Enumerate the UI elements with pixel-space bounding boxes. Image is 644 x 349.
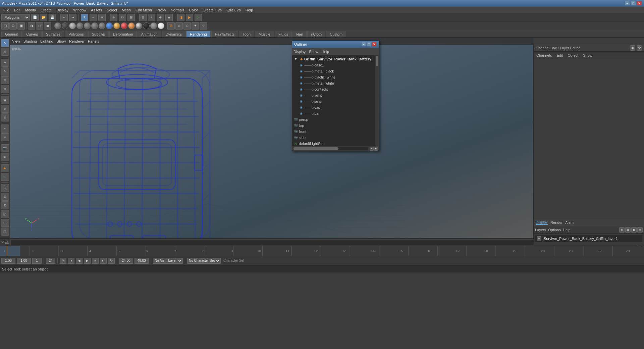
ipr-btn[interactable]: ▷: [195, 14, 202, 21]
extra2-btn[interactable]: ⊟: [1, 193, 9, 201]
layer-visibility-btn[interactable]: V: [537, 236, 541, 241]
layer-sub-tab-layers[interactable]: Layers: [535, 228, 546, 232]
vp-menu-panels[interactable]: Panels: [88, 39, 99, 43]
outliner-item-cap[interactable]: ◉ ——o cap: [292, 104, 379, 110]
menu-mesh[interactable]: Mesh: [120, 7, 133, 13]
fx-btn[interactable]: ✦: [192, 22, 199, 30]
menu-display[interactable]: Display: [54, 7, 70, 13]
vp-menu-view[interactable]: View: [12, 39, 20, 43]
outliner-vscrollbar[interactable]: [375, 55, 379, 146]
loop-btn[interactable]: ↻: [108, 258, 115, 264]
outliner-item-root[interactable]: ▼ ◈ Griffin_Survivor_Power_Bank_Battery: [292, 56, 379, 62]
outliner-scrollbar[interactable]: ◂ ▸: [292, 146, 379, 151]
select-tool-btn[interactable]: ↖: [81, 14, 88, 21]
layer-sub-tab-options[interactable]: Options: [548, 228, 561, 232]
ipr-small-btn[interactable]: ▷: [1, 173, 9, 181]
close-button[interactable]: ✕: [637, 1, 642, 6]
move-btn[interactable]: ✛: [1, 59, 9, 67]
paint-btn[interactable]: ✏: [98, 14, 106, 21]
open-file-btn[interactable]: 📂: [40, 14, 47, 21]
smooth-shade-btn[interactable]: ◑: [28, 22, 35, 30]
outliner-item-case1[interactable]: ◉ ——o case1: [292, 62, 379, 68]
render-settings-btn[interactable]: ◨: [177, 14, 184, 21]
outliner-item-default-light-set[interactable]: ◎ defaultLightSet: [292, 141, 379, 146]
save-file-btn[interactable]: 💾: [49, 14, 56, 21]
face-mode-btn[interactable]: ▣: [17, 22, 25, 30]
edge-mode-btn[interactable]: ⊡: [9, 22, 17, 30]
shader-sphere-8[interactable]: [106, 22, 113, 29]
extra5-btn[interactable]: ◲: [1, 219, 9, 227]
shader-sphere-14[interactable]: [150, 22, 157, 29]
outliner-minimize-btn[interactable]: –: [361, 42, 366, 47]
outliner-menu-show[interactable]: Show: [309, 50, 318, 54]
menu-proxy[interactable]: Proxy: [155, 7, 168, 13]
menu-select[interactable]: Select: [105, 7, 119, 13]
menu-help[interactable]: Help: [244, 7, 255, 13]
current-time-input[interactable]: [17, 258, 31, 264]
shader-sphere-5[interactable]: [84, 22, 91, 29]
snap-surface-btn[interactable]: ◈: [165, 14, 173, 21]
tab-edit[interactable]: Edit: [555, 53, 564, 58]
menu-assets[interactable]: Assets: [89, 7, 104, 13]
select-btn[interactable]: ↖: [1, 39, 9, 47]
next-frame-btn[interactable]: ▸: [92, 258, 99, 264]
tab-muscle[interactable]: Muscle: [255, 31, 274, 37]
redo-btn[interactable]: ↪: [69, 14, 76, 21]
outliner-item-side[interactable]: 📷 side: [292, 135, 379, 141]
tab-general[interactable]: General: [1, 31, 22, 37]
tab-surfaces[interactable]: Surfaces: [42, 31, 64, 37]
tab-animation[interactable]: Animation: [138, 31, 161, 37]
outliner-menu-help[interactable]: Help: [322, 50, 329, 54]
layer-tab-render[interactable]: Render: [550, 220, 562, 225]
menu-edit-mesh[interactable]: Edit Mesh: [133, 7, 154, 13]
shader-sphere-11[interactable]: [128, 22, 135, 29]
layer-icon3[interactable]: ◆: [631, 227, 637, 233]
shader-sphere-3[interactable]: [69, 22, 76, 29]
tab-ncloth[interactable]: nCloth: [307, 31, 325, 37]
render-btn[interactable]: ▶: [1, 164, 9, 172]
outliner-item-bar[interactable]: ◉ ——o bar: [292, 110, 379, 116]
menu-edit-uvs[interactable]: Edit UVs: [224, 7, 243, 13]
rotate-tool-btn[interactable]: ↻: [119, 14, 126, 21]
outliner-vscroll-thumb[interactable]: [376, 56, 378, 66]
outliner-item-lans[interactable]: ◉ ——o lans: [292, 98, 379, 104]
menu-window[interactable]: Window: [71, 7, 88, 13]
go-start-btn[interactable]: |◂: [60, 258, 66, 264]
soft-mod-btn[interactable]: ◉: [1, 96, 9, 104]
tab-object[interactable]: Object: [566, 53, 580, 58]
play-back-btn[interactable]: ◀: [76, 258, 83, 264]
shader-sphere-2[interactable]: [62, 22, 68, 29]
shader-sphere-4[interactable]: [76, 22, 83, 29]
outliner-scroll-thumb[interactable]: [293, 147, 338, 150]
layer-tab-anim[interactable]: Anim: [565, 220, 574, 225]
snap-curve-btn[interactable]: ⌇: [148, 14, 155, 21]
scroll-left-btn[interactable]: ◂: [370, 147, 374, 151]
range-end-input[interactable]: [46, 258, 55, 264]
menu-edit[interactable]: Edit: [12, 7, 22, 13]
menu-color[interactable]: Color: [187, 7, 200, 13]
paint-ops-btn[interactable]: ✏: [1, 133, 9, 141]
rotate-btn[interactable]: ↻: [1, 67, 9, 76]
tab-custom[interactable]: Custom: [326, 31, 346, 37]
cb-icon1[interactable]: ◉: [630, 45, 635, 51]
layer-sub-tab-help[interactable]: Help: [563, 228, 571, 232]
poly-mode-btn[interactable]: ◱: [1, 22, 9, 30]
undo-btn[interactable]: ↩: [60, 14, 68, 21]
lasso-btn[interactable]: ⌖: [1, 124, 9, 133]
mode-selector[interactable]: Polygons Animation Rendering Dynamics nD…: [1, 14, 30, 20]
layer-icon4[interactable]: ◇: [637, 227, 643, 233]
anim-layer-select[interactable]: No Anim Layer: [153, 258, 183, 264]
tab-curves[interactable]: Curves: [22, 31, 42, 37]
frame-input[interactable]: [32, 258, 42, 264]
universal-btn[interactable]: ⊕: [1, 85, 9, 93]
snap-point-btn[interactable]: ⊕: [157, 14, 164, 21]
hyper-shade-btn[interactable]: ⊛: [175, 22, 183, 30]
flat-shade-btn[interactable]: ◼: [44, 22, 51, 30]
paint-select-btn[interactable]: ◎: [1, 48, 9, 56]
char-set-select[interactable]: No Character Set: [187, 258, 221, 264]
menu-normals[interactable]: Normals: [169, 7, 186, 13]
vp-menu-show[interactable]: Show: [57, 39, 66, 43]
outliner-item-contacts[interactable]: ◉ ——o contacts: [292, 86, 379, 92]
outliner-close-btn[interactable]: ✕: [372, 42, 377, 47]
timeline[interactable]: 1 2 3 4 5 6 7 8 9 10 11 12 13 14 15 16 1…: [0, 246, 644, 256]
